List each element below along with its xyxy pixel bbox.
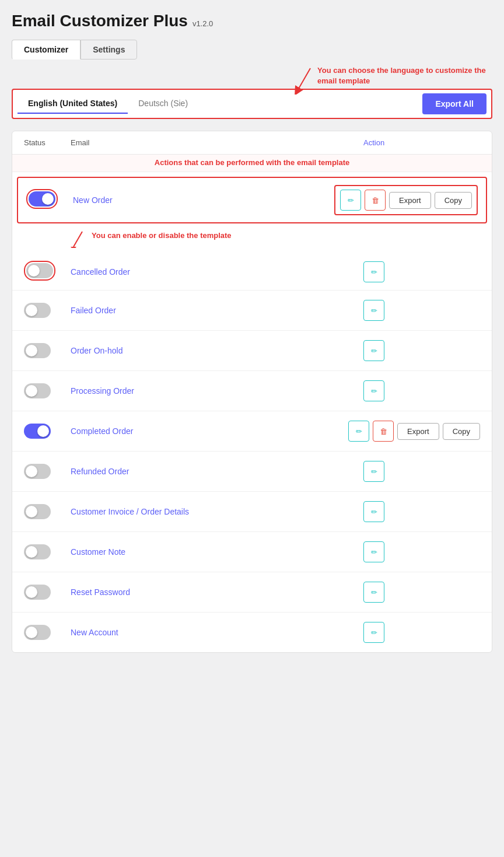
edit-button-new-account[interactable]: ✏	[363, 622, 384, 643]
email-name-new-account: New Account	[71, 628, 363, 637]
pencil-icon: ✏	[371, 628, 377, 637]
row-order-on-hold: Order On-hold ✏	[12, 331, 492, 371]
main-card: Status Email Action Actions that can be …	[12, 131, 492, 653]
action-buttons-completed-order: ✏ 🗑 Export Copy	[348, 421, 480, 442]
toggle-new-order-highlight	[26, 189, 58, 209]
toggle-cancelled-order[interactable]	[26, 263, 53, 278]
row-refunded-order: Refunded Order ✏	[12, 452, 492, 492]
pencil-icon: ✏	[371, 387, 377, 396]
toggle-reset-password[interactable]	[24, 585, 51, 600]
pencil-icon: ✏	[371, 306, 377, 315]
export-button-new-order[interactable]: Export	[389, 192, 431, 209]
action-buttons-new-account: ✏	[363, 622, 480, 643]
export-all-button[interactable]: Export All	[422, 93, 487, 114]
copy-button-completed-order[interactable]: Copy	[443, 423, 480, 440]
pencil-icon: ✏	[371, 548, 377, 557]
toggle-new-order[interactable]	[29, 191, 55, 207]
row-new-account: New Account ✏	[12, 613, 492, 652]
delete-button-completed-order[interactable]: 🗑	[373, 421, 394, 442]
pencil-icon: ✏	[371, 347, 377, 355]
toggle-processing-order[interactable]	[24, 383, 51, 398]
toggle-refunded-order[interactable]	[24, 464, 51, 479]
edit-button-refunded-order[interactable]: ✏	[363, 461, 384, 482]
tab-customizer[interactable]: Customizer	[12, 40, 80, 60]
app-version: v1.2.0	[192, 19, 213, 28]
svg-marker-2	[71, 247, 76, 248]
tab-settings[interactable]: Settings	[80, 40, 137, 60]
table-header: Status Email Action	[12, 131, 492, 155]
pencil-icon: ✏	[371, 467, 377, 476]
svg-line-1	[74, 232, 82, 247]
actions-annotation-container: Actions that can be performed with the e…	[12, 155, 492, 172]
edit-button-new-order[interactable]: ✏	[340, 190, 361, 211]
action-buttons-customer-note: ✏	[363, 541, 480, 562]
action-buttons-cancelled-order: ✏	[363, 261, 480, 282]
row-reset-password: Reset Password ✏	[12, 572, 492, 613]
enable-disable-text: You can enable or disable the template	[92, 230, 232, 241]
toggle-customer-invoice[interactable]	[24, 504, 51, 519]
toggle-completed-order[interactable]	[24, 424, 51, 439]
row-customer-invoice: Customer Invoice / Order Details ✏	[12, 492, 492, 532]
col-action-header: Action	[363, 138, 480, 147]
row-completed-order: Completed Order ✏ 🗑 Export Copy	[12, 411, 492, 452]
trash-icon: 🗑	[372, 196, 379, 205]
pencil-icon: ✏	[371, 268, 377, 277]
row-cancelled-order: Cancelled Order ✏	[12, 254, 492, 291]
toggle-new-account[interactable]	[24, 625, 51, 640]
toggle-cancelled-order-highlight	[24, 261, 55, 281]
language-tabs: English (United States) Deutsch (Sie)	[18, 94, 198, 114]
actions-annotation-text: Actions that can be performed with the e…	[24, 158, 480, 167]
edit-button-failed-order[interactable]: ✏	[363, 300, 384, 321]
app-title: Email Customizer Plus	[12, 12, 188, 30]
edit-button-customer-invoice[interactable]: ✏	[363, 501, 384, 522]
export-button-completed-order[interactable]: Export	[397, 423, 439, 440]
lang-tab-deutsch[interactable]: Deutsch (Sie)	[128, 94, 198, 114]
action-buttons-order-on-hold: ✏	[363, 340, 480, 361]
edit-button-completed-order[interactable]: ✏	[348, 421, 369, 442]
delete-button-new-order[interactable]: 🗑	[365, 190, 386, 211]
action-buttons-processing-order: ✏	[363, 380, 480, 401]
page-container: Email Customizer Plus v1.2.0 Customizer …	[12, 12, 492, 653]
email-name-processing-order: Processing Order	[71, 386, 363, 396]
email-name-customer-invoice: Customer Invoice / Order Details	[71, 507, 363, 516]
email-name-refunded-order: Refunded Order	[71, 467, 363, 476]
edit-button-customer-note[interactable]: ✏	[363, 541, 384, 562]
toggle-failed-order[interactable]	[24, 303, 51, 318]
action-buttons-failed-order: ✏	[363, 300, 480, 321]
toggle-customer-note[interactable]	[24, 544, 51, 559]
email-name-new-order: New Order	[73, 195, 334, 205]
toggle-order-on-hold[interactable]	[24, 343, 51, 358]
email-name-reset-password: Reset Password	[71, 587, 363, 597]
annotation-arrow-language	[294, 65, 312, 95]
email-name-completed-order: Completed Order	[71, 426, 348, 436]
copy-button-new-order[interactable]: Copy	[435, 192, 472, 209]
email-name-customer-note: Customer Note	[71, 547, 363, 557]
action-buttons-customer-invoice: ✏	[363, 501, 480, 522]
app-header: Email Customizer Plus v1.2.0	[12, 12, 492, 30]
email-name-order-on-hold: Order On-hold	[71, 346, 363, 355]
edit-button-processing-order[interactable]: ✏	[363, 380, 384, 401]
email-name-failed-order: Failed Order	[71, 306, 363, 315]
lang-tab-english[interactable]: English (United States)	[18, 94, 128, 114]
enable-disable-annotation-container: You can enable or disable the template	[12, 228, 492, 254]
nav-tabs: Customizer Settings	[12, 40, 492, 60]
action-buttons-new-order: ✏ 🗑 Export Copy	[334, 185, 478, 215]
trash-icon: 🗑	[380, 427, 387, 436]
col-status-header: Status	[24, 138, 71, 147]
row-failed-order: Failed Order ✏	[12, 291, 492, 331]
action-buttons-refunded-order: ✏	[363, 461, 480, 482]
pencil-icon: ✏	[371, 508, 377, 516]
action-buttons-reset-password: ✏	[363, 582, 480, 603]
row-customer-note: Customer Note ✏	[12, 532, 492, 572]
lang-export-row: English (United States) Deutsch (Sie) Ex…	[12, 89, 492, 119]
edit-button-order-on-hold[interactable]: ✏	[363, 340, 384, 361]
col-email-header: Email	[71, 138, 363, 147]
email-name-cancelled-order: Cancelled Order	[71, 267, 363, 277]
edit-button-reset-password[interactable]: ✏	[363, 582, 384, 603]
svg-line-0	[297, 68, 310, 92]
edit-button-cancelled-order[interactable]: ✏	[363, 261, 384, 282]
pencil-icon: ✏	[356, 427, 362, 436]
pencil-icon: ✏	[348, 196, 354, 205]
row-new-order: New Order ✏ 🗑 Export Copy	[17, 177, 487, 223]
annotation-arrow-toggle	[71, 230, 88, 248]
